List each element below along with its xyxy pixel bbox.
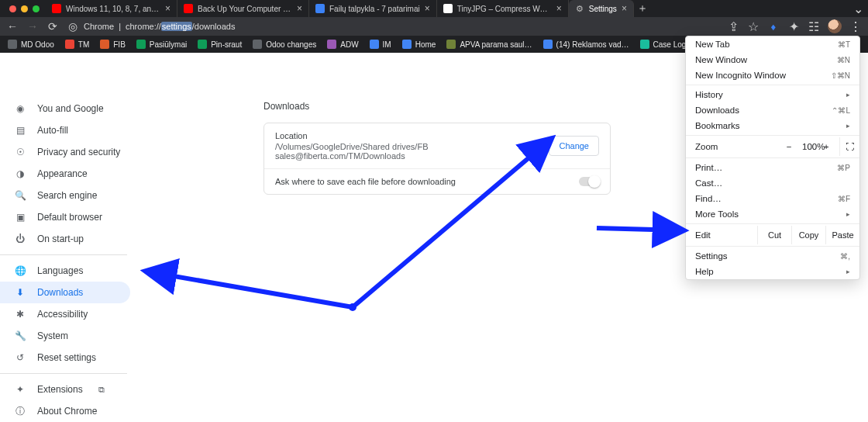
bookmark-item[interactable]: Home (402, 40, 436, 49)
bookmark-item[interactable]: Pin-sraut (198, 40, 242, 49)
sidebar-item-languages[interactable]: 🌐Languages (0, 260, 130, 282)
sidebar-item-reset-settings[interactable]: ↺Reset settings (0, 347, 130, 368)
share-icon[interactable]: ⇪ (727, 20, 739, 33)
sidebar-item-auto-fill[interactable]: ▤Auto-fill (0, 119, 130, 141)
back-button[interactable]: ← (6, 20, 19, 33)
menu-help[interactable]: Help▸ (686, 264, 859, 279)
bookmark-item[interactable]: ADW (327, 40, 358, 49)
sidebar-item-label: Extensions (37, 384, 83, 395)
sidebar-item-label: Reset settings (37, 352, 96, 363)
close-tab-button[interactable]: × (622, 4, 627, 13)
bookmark-label: (14) Reklamos vad… (556, 40, 629, 49)
bookmark-item[interactable]: IM (370, 40, 391, 49)
browser-tab[interactable]: Failų talpykla - 7 patarimai× (309, 0, 437, 17)
sidebar-item-downloads[interactable]: ⬇Downloads (0, 282, 130, 303)
bookmark-item[interactable]: FIB (100, 40, 126, 49)
menu-bookmarks[interactable]: Bookmarks▸ (686, 118, 859, 133)
download-location-label: Location (275, 131, 549, 140)
bookmark-item[interactable]: MD Odoo (8, 40, 54, 49)
download-location-row: Location /Volumes/GoogleDrive/Shared dri… (264, 123, 610, 168)
sidebar-item-search-engine[interactable]: 🔍Search engine (0, 185, 130, 206)
sidebar-item-appearance[interactable]: ◑Appearance (0, 163, 130, 185)
bookmark-favicon (446, 40, 456, 49)
search-icon: 🔍 (14, 189, 26, 202)
browser-tab[interactable]: ⚙Settings× (569, 0, 634, 17)
ask-where-row: Ask where to save each file before downl… (264, 168, 610, 194)
zoom-in-button[interactable]: + (821, 142, 832, 151)
close-tab-button[interactable]: × (556, 4, 562, 13)
ext-icon: ✦ (14, 383, 26, 396)
bookmark-item[interactable]: Pasiūlymai (136, 40, 187, 49)
bookmark-item[interactable]: TM (65, 40, 89, 49)
sidebar-item-label: You and Google (37, 103, 104, 114)
downloads-section-title: Downloads (264, 101, 611, 112)
sidebar-item-on-start-up[interactable]: ⏻On start-up (0, 228, 130, 250)
sidebar-item-label: Privacy and security (37, 147, 120, 157)
forward-button[interactable]: → (26, 20, 39, 33)
bookmark-label: FIB (113, 40, 126, 49)
menu-settings[interactable]: Settings⌘, (686, 248, 859, 264)
sidebar-item-about-chrome[interactable]: ⓘAbout Chrome (0, 400, 130, 422)
menu-copy[interactable]: Copy (791, 226, 825, 244)
extension-shield-icon[interactable]: ⬧ (767, 20, 780, 33)
bookmark-item[interactable]: (14) Reklamos vad… (543, 40, 629, 49)
bookmark-star-icon[interactable]: ☆ (747, 20, 760, 33)
extensions-puzzle-icon[interactable]: ✦ (787, 20, 800, 33)
bookmark-favicon (402, 40, 412, 49)
bookmark-label: Pasiūlymai (150, 40, 187, 49)
sidebar-item-label: Languages (37, 265, 83, 276)
minimize-window-button[interactable] (21, 5, 28, 12)
sidebar-separator (0, 254, 127, 255)
bookmark-item[interactable]: Odoo changes (253, 40, 316, 49)
browser-tab[interactable]: TinyJPG – Compress WebP, PN× (437, 0, 569, 17)
sidebar-item-default-browser[interactable]: ▣Default browser (0, 206, 130, 228)
reading-list-icon[interactable]: ☷ (808, 20, 820, 33)
omnibox-scheme-label: Chrome (84, 22, 114, 31)
menu-incognito[interactable]: New Incognito Window⇧⌘N (686, 67, 859, 83)
change-location-button[interactable]: Change (549, 136, 599, 156)
youtube-icon (184, 4, 193, 13)
gear-icon: ⚙ (575, 4, 584, 13)
sidebar-item-you-and-google[interactable]: ◉You and Google (0, 98, 130, 119)
site-info-icon[interactable]: ◎ (67, 20, 79, 33)
menu-cast[interactable]: Cast… (686, 175, 859, 191)
reload-button[interactable]: ⟳ (46, 20, 59, 33)
menu-downloads[interactable]: Downloads⌃⌘L (686, 102, 859, 118)
omnibox[interactable]: ◎ Chrome | chrome://settings/downloads (67, 20, 392, 33)
maximize-window-button[interactable] (33, 5, 40, 12)
ask-where-toggle[interactable] (579, 177, 599, 186)
reset-icon: ↺ (14, 351, 26, 364)
tab-title: Back Up Your Computer Files w (198, 5, 292, 13)
close-tab-button[interactable]: × (425, 4, 430, 13)
menu-cut[interactable]: Cut (757, 226, 791, 244)
close-tab-button[interactable]: × (165, 4, 170, 13)
menu-new-tab[interactable]: New Tab⌘T (686, 36, 859, 52)
tab-title: Settings (589, 5, 617, 13)
zoom-out-button[interactable]: − (784, 142, 794, 151)
sidebar-item-privacy-and-security[interactable]: ☉Privacy and security (0, 141, 130, 163)
sidebar-item-label: About Chrome (37, 406, 97, 417)
menu-more-tools[interactable]: More Tools▸ (686, 206, 859, 222)
app-menu-button[interactable]: ⋮ (849, 20, 862, 33)
menu-history[interactable]: History▸ (686, 87, 859, 102)
settings-sidebar: ◉You and Google▤Auto-fill☉Privacy and se… (0, 53, 133, 422)
bookmark-item[interactable]: APVA parama saul… (446, 40, 532, 49)
menu-find[interactable]: Find…⌘F (686, 191, 859, 206)
sidebar-item-extensions[interactable]: ✦Extensions⧉ (0, 379, 130, 400)
browser-tab[interactable]: Windows 11, 10, 8, 7, and Goo× (46, 0, 177, 17)
profile-avatar[interactable] (828, 19, 842, 33)
bookmark-label: IM (383, 40, 391, 49)
sidebar-item-system[interactable]: 🔧System (0, 325, 130, 347)
close-tab-button[interactable]: × (297, 4, 302, 13)
sidebar-item-accessibility[interactable]: ✱Accessibility (0, 303, 130, 325)
tabstrip-overflow-button[interactable]: ⌄ (848, 0, 868, 17)
menu-new-window[interactable]: New Window⌘N (686, 52, 859, 67)
browser-tab[interactable]: Back Up Your Computer Files w× (177, 0, 309, 17)
menu-paste[interactable]: Paste (825, 226, 859, 244)
close-window-button[interactable] (9, 5, 16, 12)
new-tab-button[interactable]: ＋ (634, 0, 651, 17)
menu-print[interactable]: Print…⌘P (686, 160, 859, 175)
bookmark-label: MD Odoo (21, 40, 54, 49)
shield-icon: ☉ (14, 146, 26, 158)
fullscreen-button[interactable]: ⛶ (839, 137, 859, 156)
